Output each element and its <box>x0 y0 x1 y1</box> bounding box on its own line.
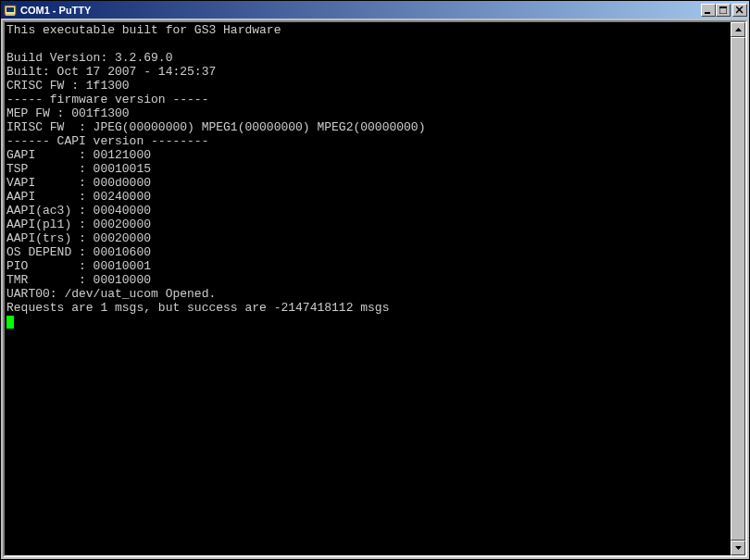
vertical-scrollbar[interactable] <box>731 22 745 555</box>
window-title: COM1 - PuTTY <box>20 5 701 16</box>
svg-rect-1 <box>6 7 14 12</box>
scroll-thumb[interactable] <box>731 37 745 541</box>
svg-rect-5 <box>719 6 727 8</box>
close-button[interactable] <box>732 4 747 17</box>
terminal-cursor <box>6 316 14 329</box>
svg-marker-8 <box>735 28 742 31</box>
svg-rect-2 <box>6 14 15 16</box>
scroll-up-button[interactable] <box>731 22 745 37</box>
window-controls <box>701 4 747 17</box>
minimize-button[interactable] <box>701 4 716 17</box>
scroll-track[interactable] <box>731 37 745 541</box>
svg-rect-3 <box>705 12 710 14</box>
maximize-button[interactable] <box>716 4 731 17</box>
svg-marker-9 <box>735 546 742 550</box>
content-frame: This executable built for GS3 Hardware B… <box>3 20 747 557</box>
terminal-output[interactable]: This executable built for GS3 Hardware B… <box>5 22 731 555</box>
putty-icon <box>3 3 18 18</box>
scroll-down-button[interactable] <box>731 541 745 555</box>
putty-window: COM1 - PuTTY This executable built for G… <box>0 0 750 560</box>
titlebar[interactable]: COM1 - PuTTY <box>1 1 749 19</box>
